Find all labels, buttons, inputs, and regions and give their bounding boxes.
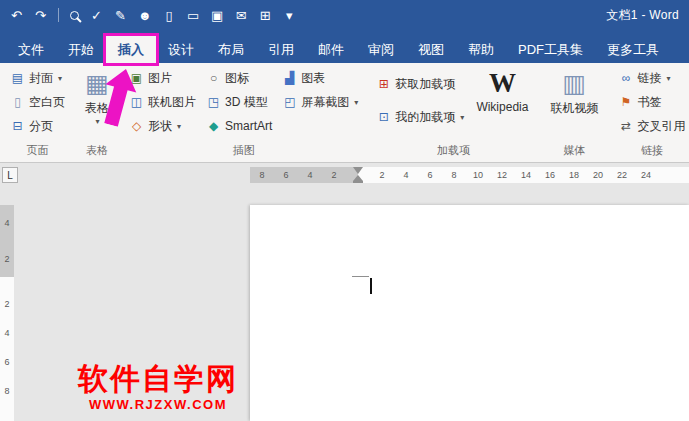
cover-page-button[interactable]: ▤ 封面 ▾ <box>5 66 70 90</box>
group-label-addins: 加载项 <box>371 141 535 162</box>
chevron-down-icon: ▾ <box>354 98 358 107</box>
ruler-number: 4 <box>4 218 9 228</box>
edit-pen-icon[interactable]: ✎ <box>114 8 127 23</box>
bookmark-button[interactable]: ⚑ 书签 <box>613 90 689 114</box>
ruler-number: 20 <box>586 167 610 183</box>
get-addins-button[interactable]: ⊞ 获取加载项 <box>371 69 469 99</box>
ruler-number: 22 <box>610 167 634 183</box>
my-addins-button[interactable]: ⊡ 我的加载项 ▾ <box>371 102 469 132</box>
document-page[interactable] <box>250 205 689 421</box>
ruler-number: 8 <box>0 386 14 396</box>
contacts-icon[interactable]: ☻ <box>138 8 152 23</box>
redo-icon[interactable]: ↷ <box>34 8 47 23</box>
online-video-icon: ▥ <box>563 68 587 100</box>
spellcheck-icon[interactable]: ✓ <box>90 8 103 23</box>
table-label: 表格 <box>85 100 109 117</box>
table-button[interactable]: ▦ 表格 ▾ <box>78 66 116 126</box>
tab-review[interactable]: 审阅 <box>356 36 406 63</box>
vertical-ruler[interactable]: 4 2 2 4 6 8 <box>0 187 14 421</box>
undo-icon[interactable]: ↶ <box>10 8 23 23</box>
toolbar-options-icon[interactable]: ▾ <box>283 8 296 23</box>
smartart-label: SmartArt <box>225 119 272 133</box>
chart-button[interactable]: ▟ 图表 <box>277 66 363 90</box>
page-break-label: 分页 <box>29 118 53 135</box>
tab-more-tools[interactable]: 更多工具 <box>595 36 671 63</box>
chevron-down-icon: ▾ <box>460 113 464 122</box>
group-label-illustrations: 插图 <box>124 141 363 162</box>
watermark: 软件自学网 WWW.RJZXW.COM <box>52 363 264 412</box>
ruler-number: 8 <box>442 167 466 183</box>
ruler-number: 18 <box>562 167 586 183</box>
new-document-icon[interactable]: ▯ <box>163 8 176 23</box>
screenshot-button[interactable]: ◰ 屏幕截图 ▾ <box>277 90 363 114</box>
toolbar-divider <box>58 8 59 22</box>
email-icon[interactable]: ✉ <box>235 8 248 23</box>
text-cursor <box>370 278 372 294</box>
horizontal-ruler[interactable]: 8 6 4 2 2 4 6 8 10 12 14 16 18 20 22 24 <box>250 167 689 183</box>
page-break-button[interactable]: ⊟ 分页 <box>5 114 70 138</box>
open-folder-icon[interactable]: ▭ <box>187 8 200 23</box>
tab-design[interactable]: 设计 <box>156 36 206 63</box>
shapes-button[interactable]: ◇ 形状 ▾ <box>124 114 201 138</box>
tab-mailings[interactable]: 邮件 <box>306 36 356 63</box>
vertical-ruler-margin: 4 2 <box>0 205 14 277</box>
save-icon[interactable]: ▣ <box>211 8 224 23</box>
group-links: ∞ 链接 ▾ ⚑ 书签 ⇄ 交叉引用 链接 <box>611 65 689 162</box>
ruler-number: 14 <box>514 167 538 183</box>
page-break-icon: ⊟ <box>10 119 25 133</box>
tab-insert[interactable]: 插入 <box>106 36 156 63</box>
tab-insert-label: 插入 <box>118 42 144 57</box>
ruler-number: 4 <box>394 167 418 183</box>
cover-page-icon: ▤ <box>10 71 25 85</box>
group-label-links: 链接 <box>613 141 689 162</box>
tab-home[interactable]: 开始 <box>56 36 106 63</box>
online-video-label: 联机视频 <box>550 100 598 117</box>
tab-pdf-tools[interactable]: PDF工具集 <box>506 36 595 63</box>
online-pictures-icon: ◫ <box>129 95 144 109</box>
online-video-button[interactable]: ▥ 联机视频 <box>543 66 605 117</box>
chevron-down-icon: ▾ <box>58 74 62 83</box>
watermark-url: WWW.RJZXW.COM <box>52 397 264 412</box>
watermark-title: 软件自学网 <box>52 363 264 395</box>
blank-page-icon: ▯ <box>10 95 25 109</box>
ruler-number: 4 <box>298 167 322 183</box>
ruler-left-margin: 8 6 4 2 <box>250 167 358 183</box>
tab-stop-selector[interactable]: L <box>2 167 18 183</box>
titlebar: ↶ ↷ ✓ ✎ ☻ ▯ ▭ ▣ ✉ ⊞ ▾ 文档1 - Word <box>0 0 689 30</box>
addin-package-icon[interactable]: ⊞ <box>259 8 272 23</box>
icons-button[interactable]: ○ 图标 <box>201 66 277 90</box>
search-icon[interactable] <box>70 11 79 20</box>
ruler-number: 12 <box>490 167 514 183</box>
screenshot-icon: ◰ <box>282 95 297 109</box>
tab-references[interactable]: 引用 <box>256 36 306 63</box>
ruler-number: 10 <box>466 167 490 183</box>
tab-help[interactable]: 帮助 <box>456 36 506 63</box>
smartart-icon: ◆ <box>206 119 221 133</box>
link-label: 链接 <box>637 70 661 87</box>
link-button[interactable]: ∞ 链接 ▾ <box>613 66 689 90</box>
group-media: ▥ 联机视频 媒体 <box>541 65 607 162</box>
get-addins-label: 获取加载项 <box>395 76 455 93</box>
ruler-number: 2 <box>370 167 394 183</box>
tab-layout[interactable]: 布局 <box>206 36 256 63</box>
my-addins-label: 我的加载项 <box>395 109 455 126</box>
ruler-number: 16 <box>538 167 562 183</box>
tab-view[interactable]: 视图 <box>406 36 456 63</box>
pictures-button[interactable]: ▣ 图片 <box>124 66 201 90</box>
ruler-number: 2 <box>4 254 9 264</box>
wikipedia-button[interactable]: W Wikipedia <box>469 66 535 114</box>
smartart-button[interactable]: ◆ SmartArt <box>201 114 277 138</box>
ruler-number: 8 <box>250 167 274 183</box>
icons-label: 图标 <box>225 70 249 87</box>
word-window: ↶ ↷ ✓ ✎ ☻ ▯ ▭ ▣ ✉ ⊞ ▾ 文档1 - Word 文件 开始 插… <box>0 0 689 421</box>
3d-models-button[interactable]: ◳ 3D 模型 <box>201 90 277 114</box>
group-tables: ▦ 表格 ▾ 表格 <box>76 65 118 162</box>
blank-page-button[interactable]: ▯ 空白页 <box>5 90 70 114</box>
tab-file[interactable]: 文件 <box>6 36 56 63</box>
online-pictures-button[interactable]: ◫ 联机图片 <box>124 90 201 114</box>
get-addins-icon: ⊞ <box>376 77 391 91</box>
ruler-number: 6 <box>418 167 442 183</box>
ruler-text-area: 2 4 6 8 10 12 14 16 18 20 22 24 <box>358 167 689 183</box>
cross-reference-button[interactable]: ⇄ 交叉引用 <box>613 114 689 138</box>
chart-label: 图表 <box>301 70 325 87</box>
